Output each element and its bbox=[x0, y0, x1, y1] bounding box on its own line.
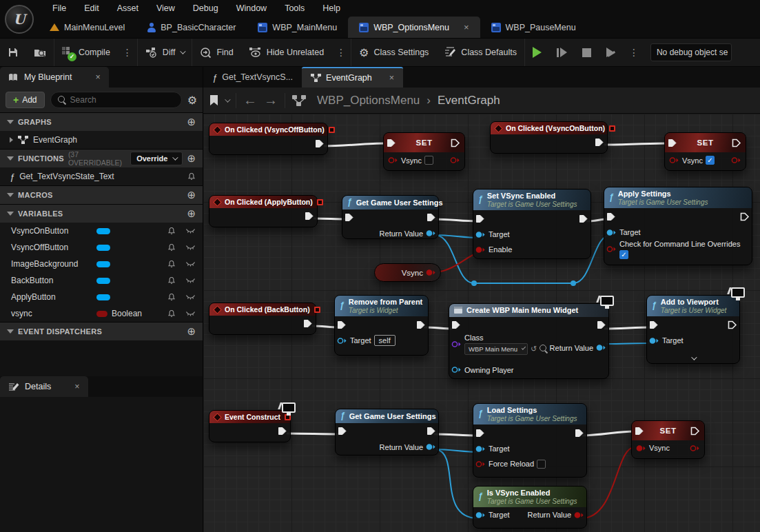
delegate-pin[interactable] bbox=[317, 199, 323, 205]
frame-skip-button[interactable] bbox=[549, 39, 575, 66]
class-select-dropdown[interactable]: WBP Main Menu bbox=[464, 343, 528, 355]
bell-icon[interactable] bbox=[167, 260, 176, 269]
find-button[interactable]: Find bbox=[192, 39, 240, 66]
add-button[interactable]: + Add bbox=[6, 92, 45, 108]
asset-tab-mainmenulevel[interactable]: MainMenuLevel bbox=[39, 17, 136, 38]
play-button[interactable] bbox=[525, 39, 549, 66]
exec-pin[interactable] bbox=[690, 427, 700, 436]
variable-row-vsynconbutton[interactable]: VsyncOnButton bbox=[0, 223, 203, 239]
menu-view[interactable]: View bbox=[148, 1, 183, 15]
add-section-icon[interactable]: ⊕ bbox=[187, 189, 196, 201]
eye-closed-icon[interactable] bbox=[185, 261, 196, 267]
exec-pin[interactable] bbox=[740, 212, 750, 221]
exec-pin[interactable] bbox=[451, 139, 460, 147]
settings-gear-icon[interactable]: ⚙ bbox=[187, 94, 197, 107]
node-getgus1[interactable]: ƒGet Game User SettingsReturn Value bbox=[342, 195, 439, 239]
menu-debug[interactable]: Debug bbox=[185, 1, 227, 15]
eye-closed-icon[interactable] bbox=[185, 294, 196, 300]
exec-pin[interactable] bbox=[338, 427, 347, 436]
checkbox[interactable] bbox=[424, 156, 433, 165]
add-section-icon[interactable]: ⊕ bbox=[187, 207, 196, 220]
node-vsync_get[interactable]: Vsync bbox=[374, 263, 441, 282]
menu-asset[interactable]: Asset bbox=[109, 1, 147, 15]
debug-object-dropdown[interactable]: No debug object se bbox=[650, 43, 732, 61]
variable-row-vsyncoffbutton[interactable]: VsyncOffButton bbox=[0, 239, 203, 256]
object-pin[interactable] bbox=[606, 229, 617, 236]
menu-window[interactable]: Window bbox=[228, 1, 275, 15]
delegate-pin[interactable] bbox=[329, 127, 335, 133]
close-icon[interactable]: × bbox=[464, 22, 469, 32]
nav-forward-button[interactable]: → bbox=[264, 92, 278, 108]
add-section-icon[interactable]: ⊕ bbox=[187, 116, 196, 128]
exec-pin[interactable] bbox=[345, 213, 354, 222]
node-ev_apply[interactable]: On Clicked (ApplyButton) bbox=[209, 195, 318, 227]
bool-pin[interactable] bbox=[731, 156, 741, 164]
my-blueprint-tab[interactable]: My Blueprint × bbox=[0, 67, 109, 88]
stop-button[interactable] bbox=[575, 39, 599, 66]
node-applysettings[interactable]: ƒApply SettingsTarget is Game User Setti… bbox=[604, 187, 752, 265]
exec-pin[interactable] bbox=[606, 212, 616, 221]
node-addviewport[interactable]: ƒAdd to ViewportTarget is User WidgetTar… bbox=[646, 295, 740, 364]
object-pin[interactable] bbox=[475, 445, 486, 453]
object-pin[interactable] bbox=[426, 443, 436, 451]
hide-unrelated-button[interactable]: Hide Unrelated bbox=[241, 39, 331, 66]
variable-row-backbutton[interactable]: BackButton bbox=[0, 272, 203, 289]
exec-pin[interactable] bbox=[595, 138, 604, 147]
class-settings-button[interactable]: ⚙ Class Settings bbox=[351, 39, 436, 66]
exec-pin[interactable] bbox=[732, 139, 741, 147]
object-pin[interactable] bbox=[337, 337, 347, 345]
menu-edit[interactable]: Edit bbox=[76, 1, 107, 15]
diff-button[interactable]: Diff bbox=[138, 39, 192, 66]
bell-icon[interactable] bbox=[167, 243, 176, 252]
node-ev_vsyncon[interactable]: On Clicked (VsyncOnButton) bbox=[490, 121, 608, 154]
eye-closed-icon[interactable] bbox=[185, 245, 196, 251]
expand-caret-icon[interactable] bbox=[10, 137, 13, 143]
node-removeparent[interactable]: ƒRemove from ParentTarget is WidgetTarge… bbox=[334, 295, 429, 356]
graph-tab-eventgraph[interactable]: EventGraph× bbox=[302, 67, 403, 88]
bookmark-chevron-icon[interactable] bbox=[225, 96, 230, 102]
exec-pin[interactable] bbox=[305, 212, 314, 221]
breadcrumb-root[interactable]: WBP_OptionsMenu bbox=[317, 94, 420, 108]
asset-tab-wbp_pausemenu[interactable]: WBP_PauseMenu bbox=[480, 17, 587, 38]
section-functions[interactable]: FUNCTIONS(37 OVERRIDABLE)Override⊕ bbox=[0, 149, 203, 167]
compile-options-button[interactable]: ⋮ bbox=[118, 47, 137, 58]
section-graphs[interactable]: GRAPHS⊕ bbox=[0, 112, 203, 131]
exec-pin[interactable] bbox=[668, 139, 677, 147]
use-selected-icon[interactable]: ↺ bbox=[531, 345, 537, 354]
add-section-icon[interactable]: ⊕ bbox=[187, 325, 196, 338]
bell-icon[interactable] bbox=[167, 309, 176, 318]
eye-closed-icon[interactable] bbox=[185, 311, 196, 317]
exec-pin[interactable] bbox=[387, 139, 396, 147]
node-ev_construct[interactable]: Event Construct bbox=[209, 410, 291, 442]
exec-pin[interactable] bbox=[337, 320, 347, 329]
bool-pin[interactable] bbox=[388, 156, 398, 164]
nav-back-button[interactable]: ← bbox=[243, 92, 257, 108]
exec-pin[interactable] bbox=[278, 427, 287, 436]
exec-pin[interactable] bbox=[427, 427, 436, 436]
exec-pin[interactable] bbox=[451, 320, 461, 329]
bool-pin[interactable] bbox=[606, 245, 617, 253]
node-set_off[interactable]: SETVsync bbox=[383, 132, 465, 171]
menu-file[interactable]: File bbox=[44, 1, 74, 15]
exec-pin[interactable] bbox=[416, 320, 426, 329]
object-pin[interactable] bbox=[451, 366, 462, 374]
object-pin[interactable] bbox=[596, 344, 606, 351]
node-set_load[interactable]: SETVsync bbox=[631, 420, 705, 459]
eject-button[interactable] bbox=[599, 39, 624, 66]
close-icon[interactable]: × bbox=[389, 73, 394, 83]
delegate-pin[interactable] bbox=[609, 125, 615, 132]
override-dropdown[interactable]: Override bbox=[130, 152, 183, 165]
object-pin[interactable] bbox=[475, 231, 486, 238]
variable-row-vsync[interactable]: vsyncBoolean bbox=[0, 305, 203, 322]
asset-tab-bp_basiccharacter[interactable]: BP_BasicCharacter bbox=[136, 17, 247, 38]
hide-unrelated-options-button[interactable]: ⋮ bbox=[331, 47, 351, 58]
bool-pin[interactable] bbox=[636, 444, 646, 452]
delegate-pin[interactable] bbox=[314, 307, 320, 313]
object-pin[interactable] bbox=[426, 229, 436, 237]
bool-pin[interactable] bbox=[450, 156, 460, 164]
graph-tab-get-textvsyncs-[interactable]: ƒGet_TextVsyncS... bbox=[203, 67, 302, 88]
eye-closed-icon[interactable] bbox=[185, 278, 196, 284]
search-box[interactable] bbox=[50, 92, 182, 108]
graph-item-eventgraph[interactable]: EventGraph bbox=[0, 131, 203, 149]
exec-pin[interactable] bbox=[475, 429, 485, 438]
